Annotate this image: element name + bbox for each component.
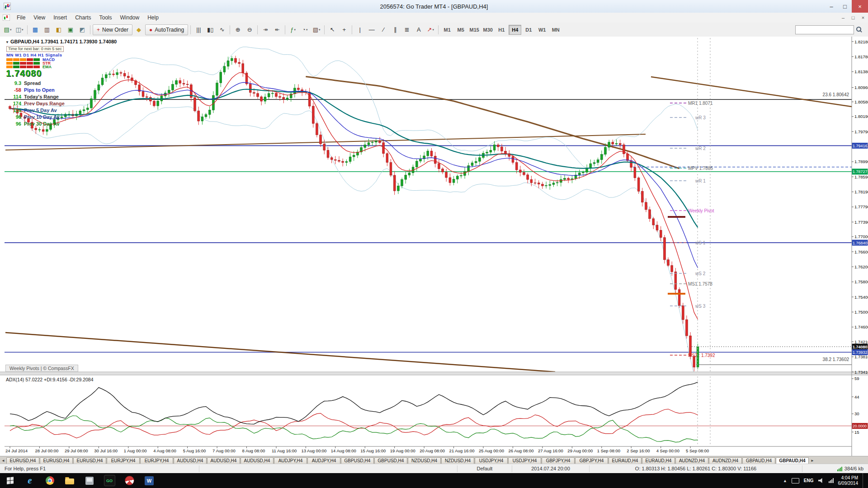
taskbar-file-explorer[interactable] [60,473,80,488]
chart-profiles-button[interactable]: ◫▾ [14,24,25,35]
chart-tab-15-usdjpyh4[interactable]: USDJPY,H4 [508,457,541,464]
chart-tab-12-nzdusdh4[interactable]: NZDUSD,H4 [408,457,441,464]
strategy-tester-button[interactable]: ◩ [77,24,88,35]
equidistant-channel-button[interactable]: ∥ [390,24,401,35]
terminal-button[interactable]: ▣ [65,24,76,35]
taskbar-chrome[interactable] [40,473,60,488]
child-minimize-button[interactable]: – [838,15,848,20]
chart-tab-21-audnzdh4[interactable]: AUDNZD,H4 [709,457,742,464]
chart-tab-0-eurusdh4[interactable]: EURUSD,H4 [6,457,39,464]
language-indicator[interactable]: ENG [804,478,814,483]
vertical-line-button[interactable]: | [354,24,365,35]
auto-scroll-button[interactable]: ↠ [260,24,271,35]
candle-chart-mode-button[interactable]: ▮▯ [205,24,216,35]
collapse-arrow-icon[interactable]: ▼ [5,40,9,44]
menu-charts[interactable]: Charts [71,14,95,21]
new-order-button[interactable]: +New Order [93,24,132,35]
start-button[interactable] [0,473,20,488]
chart-tab-17-gbpjpyh4[interactable]: GBPJPY,H4 [575,457,608,464]
autotrading-button[interactable]: ●AutoTrading [145,24,188,35]
menu-view[interactable]: View [29,14,49,21]
market-watch-button[interactable]: ▦ [30,24,41,35]
chart-tab-2-eurusdh4[interactable]: EURUSD,H4 [73,457,106,464]
menu-tools[interactable]: Tools [95,14,116,21]
child-restore-button[interactable]: □ [848,15,858,20]
new-chart-button[interactable]: ▤▾ [2,24,13,35]
timeframe-h1-button[interactable]: H1 [495,25,508,35]
close-button[interactable]: × [852,0,868,13]
chart-area[interactable]: 1.821801.817801.813801.809601.805801.801… [0,37,868,456]
chart-tab-1-eurusdh4[interactable]: EURUSD,H4 [40,457,73,464]
bar-chart-mode-button[interactable]: ||| [193,24,204,35]
timeframe-d1-button[interactable]: D1 [522,25,535,35]
timeframe-w1-button[interactable]: W1 [536,25,548,35]
zoom-in-button[interactable]: ⊕ [232,24,243,35]
taskbar-word[interactable]: W [139,473,159,488]
metaeditor-button[interactable]: ◆ [133,24,144,35]
taskbar-go-trader[interactable]: GO [99,473,119,488]
arrows-tool-button[interactable]: ↗▾ [425,24,436,35]
volume-icon[interactable] [818,478,824,483]
chart-tab-10-gbpusdh4[interactable]: GBPUSD,H4 [341,457,374,464]
taskbar-app-window[interactable] [80,473,99,488]
timeframe-m5-button[interactable]: M5 [454,25,467,35]
tab-scroll-right-button[interactable]: ► [809,457,816,464]
taskbar-clock[interactable]: 4:04 PM 6/09/2014 [838,475,859,486]
menu-window[interactable]: Window [116,14,144,21]
tab-scroll-left-button[interactable]: ◄ [0,457,6,464]
chart-tab-14-usdjpyh4[interactable]: USDJPY,H4 [475,457,508,464]
chart-shift-button[interactable]: ↞ [272,24,283,35]
show-desktop-button[interactable] [863,473,867,488]
text-label-button[interactable]: A [413,24,424,35]
chart-tab-7-audusdh4[interactable]: AUDUSD,H4 [241,457,274,464]
menu-help[interactable]: Help [143,14,163,21]
line-chart-mode-button[interactable]: ∿ [217,24,227,35]
navigator-button[interactable]: ◧ [53,24,64,35]
cursor-button[interactable]: ↖ [327,24,338,35]
chart-tab-20-audnzdh4[interactable]: AUDNZD,H4 [675,457,708,464]
timeframe-mn-button[interactable]: MN [549,25,562,35]
search-input[interactable] [795,25,854,34]
chart-tab-22-gbpaudh4[interactable]: GBPAUD,H4 [742,457,775,464]
crosshair-button[interactable]: + [339,24,349,35]
chart-tab-4-eurjpyh4[interactable]: EURJPY,H4 [140,457,173,464]
timeframe-m15-button[interactable]: M15 [468,25,481,35]
hidden-icons-button[interactable]: ▲ [783,479,787,483]
touch-keyboard-icon[interactable] [792,478,799,483]
fibonacci-retracement-button[interactable]: ≣ [401,24,412,35]
chart-tab-16-gbpjpyh4[interactable]: GBPJPY,H4 [542,457,575,464]
timeframe-h4-button[interactable]: H4 [509,25,521,35]
menu-insert[interactable]: Insert [49,14,71,21]
price-chart-canvas[interactable]: 1.821801.817801.813801.809601.805801.801… [0,37,868,456]
chart-tab-6-audusdh4[interactable]: AUDUSD,H4 [207,457,240,464]
taskbar-red-app[interactable] [119,473,139,488]
status-profile[interactable]: Default [458,465,512,472]
taskbar-internet-explorer[interactable]: e [20,473,40,488]
child-close-button[interactable]: × [858,15,868,20]
chart-tab-9-audjpyh4[interactable]: AUDJPY,H4 [307,457,340,464]
timeframes-menu-button[interactable]: ◔▾ [299,24,310,35]
timeframe-m30-button[interactable]: M30 [481,25,494,35]
chart-tab-5-audusdh4[interactable]: AUDUSD,H4 [174,457,207,464]
chart-tab-11-gbpusdh4[interactable]: GBPUSD,H4 [374,457,407,464]
dropdown-arrow-icon: ▾ [306,28,308,32]
maximize-button[interactable]: □ [838,0,852,13]
minimize-button[interactable]: – [825,0,838,13]
templates-button[interactable]: ▧▾ [311,24,322,35]
trendline-button[interactable]: ∕ [378,24,389,35]
timeframe-m1-button[interactable]: M1 [441,25,453,35]
chart-tab-8-audjpyh4[interactable]: AUDJPY,H4 [274,457,307,464]
data-window-button[interactable]: ▥ [42,24,52,35]
horizontal-line-button[interactable]: — [366,24,377,35]
svg-text:19 Aug 00:00: 19 Aug 00:00 [390,448,415,453]
menu-file[interactable]: File [13,14,29,21]
chart-tab-18-euraudh4[interactable]: EURAUD,H4 [609,457,642,464]
chart-tab-13-nzdusdh4[interactable]: NZDUSD,H4 [441,457,474,464]
search-icon[interactable] [856,26,863,33]
chart-tab-3-eurjpyh4[interactable]: EURJPY,H4 [107,457,140,464]
chart-tab-19-euraudh4[interactable]: EURAUD,H4 [642,457,675,464]
network-icon[interactable] [829,478,834,483]
indicators-list-button[interactable]: ƒ▾ [288,24,298,35]
chart-tab-23-gbpaudh4[interactable]: GBPAUD,H4 [776,457,809,464]
zoom-out-button[interactable]: ⊖ [244,24,255,35]
